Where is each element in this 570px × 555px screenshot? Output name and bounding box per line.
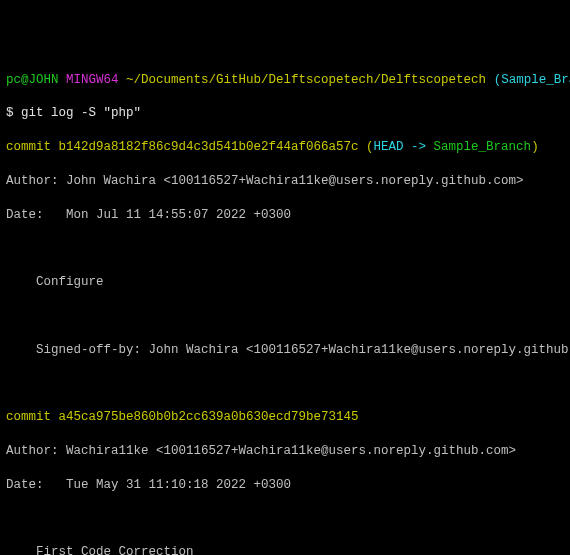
author-line: Author: Wachira11ke <100116527+Wachira11… bbox=[6, 443, 564, 460]
blank-line bbox=[6, 510, 564, 527]
blank-line bbox=[6, 375, 564, 392]
command-line[interactable]: $ git log -S "php" bbox=[6, 105, 564, 122]
blank-line bbox=[6, 240, 564, 257]
prompt-path: ~/Documents/GitHub/Delftscopetech/Delfts… bbox=[126, 73, 486, 87]
author-line: Author: John Wachira <100116527+Wachira1… bbox=[6, 173, 564, 190]
head-ref: HEAD -> bbox=[374, 140, 434, 154]
commit-hash: b142d9a8182f86c9d4c3d541b0e2f44af066a57c bbox=[59, 140, 359, 154]
blank-line bbox=[6, 308, 564, 325]
prompt-userhost: pc@JOHN bbox=[6, 73, 59, 87]
commit-message: First Code Correction bbox=[6, 544, 564, 555]
prompt-branch: (Sample_Branch) bbox=[494, 73, 570, 87]
commit-message: Signed-off-by: John Wachira <100116527+W… bbox=[6, 342, 564, 359]
date-line: Date: Tue May 31 11:10:18 2022 +0300 bbox=[6, 477, 564, 494]
commit-line: commit b142d9a8182f86c9d4c3d541b0e2f44af… bbox=[6, 139, 564, 156]
prompt-line: pc@JOHN MINGW64 ~/Documents/GitHub/Delft… bbox=[6, 72, 564, 89]
commit-label: commit bbox=[6, 410, 59, 424]
commit-message: Configure bbox=[6, 274, 564, 291]
head-open: ( bbox=[359, 140, 374, 154]
commit-hash: a45ca975be860b0b2cc639a0b630ecd79be73145 bbox=[59, 410, 359, 424]
head-branch: Sample_Branch bbox=[434, 140, 532, 154]
prompt-env: MINGW64 bbox=[66, 73, 119, 87]
commit-line: commit a45ca975be860b0b2cc639a0b630ecd79… bbox=[6, 409, 564, 426]
commit-label: commit bbox=[6, 140, 59, 154]
head-close: ) bbox=[531, 140, 539, 154]
date-line: Date: Mon Jul 11 14:55:07 2022 +0300 bbox=[6, 207, 564, 224]
